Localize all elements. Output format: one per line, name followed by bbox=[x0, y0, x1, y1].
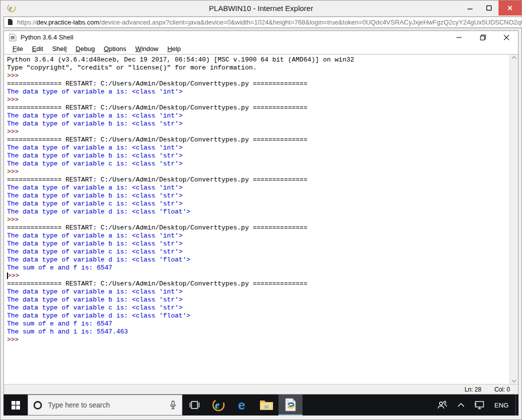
network-icon[interactable] bbox=[471, 394, 488, 416]
search-placeholder: Type here to search bbox=[48, 401, 164, 409]
shell-line: The data type of variable d is: <class '… bbox=[7, 256, 510, 264]
text-cursor bbox=[7, 272, 8, 279]
menu-help[interactable]: Help bbox=[163, 44, 186, 54]
shell-line: The data type of variable b is: <class '… bbox=[7, 240, 510, 248]
url-path: /device-advanced.aspx?client=java&device… bbox=[100, 18, 522, 26]
scroll-down-icon[interactable] bbox=[512, 380, 516, 382]
shell-line: The data type of variable b is: <class '… bbox=[7, 152, 510, 160]
minimize-button[interactable] bbox=[460, 0, 480, 16]
menu-edit[interactable]: Edit bbox=[28, 44, 48, 54]
shell-line: The data type of variable c is: <class '… bbox=[7, 200, 510, 208]
taskbar-file-explorer-icon[interactable] bbox=[254, 394, 278, 416]
idle-window: Python 3.6.4 Shell FileEditShellDebugOpt… bbox=[4, 30, 518, 394]
taskbar-internet-explorer-icon[interactable]: e bbox=[206, 394, 230, 416]
shell-line: ============== RESTART: C:/Users/Admin/D… bbox=[7, 136, 510, 144]
taskbar-edge-icon[interactable]: e bbox=[230, 394, 254, 416]
shell-line: The data type of variable c is: <class '… bbox=[7, 248, 510, 256]
shell-line: ============== RESTART: C:/Users/Admin/D… bbox=[7, 224, 510, 232]
svg-text:e: e bbox=[238, 398, 245, 412]
show-desktop-button[interactable] bbox=[516, 394, 518, 416]
idle-statusbar: Ln: 28 Col: 0 bbox=[4, 384, 518, 394]
shell-line: The data type of variable a is: <class '… bbox=[7, 232, 510, 240]
shell-line: Python 3.6.4 (v3.6.4:d48eceb, Dec 19 201… bbox=[7, 56, 510, 64]
shell-line: >>> bbox=[7, 96, 510, 104]
page-icon bbox=[8, 18, 13, 26]
shell-line: ============== RESTART: C:/Users/Admin/D… bbox=[7, 80, 510, 88]
shell-line: The data type of variable a is: <class '… bbox=[7, 88, 510, 96]
shell-line: The data type of variable a is: <class '… bbox=[7, 112, 510, 120]
remote-desktop: Python 3.6.4 Shell FileEditShellDebugOpt… bbox=[4, 30, 518, 416]
ie-logo-icon: e bbox=[6, 3, 16, 13]
url-scheme: https:// bbox=[17, 18, 36, 26]
shell-line: The data type of variable a is: <class '… bbox=[7, 184, 510, 192]
shell-line: The data type of variable a is: <class '… bbox=[7, 288, 510, 296]
ie-titlebar: e PLABWIN10 - Internet Explorer bbox=[0, 0, 522, 16]
taskbar-python-idle-icon[interactable] bbox=[278, 394, 302, 416]
microphone-icon[interactable] bbox=[170, 400, 176, 410]
shell-line: The data type of variable d is: <class '… bbox=[7, 208, 510, 216]
shell-line: The sum of h and i is: 5547.463 bbox=[7, 328, 510, 336]
shell-line: >>> bbox=[7, 336, 510, 344]
shell-line: The data type of variable a is: <class '… bbox=[7, 144, 510, 152]
shell-line: The data type of variable b is: <class '… bbox=[7, 296, 510, 304]
shell-line: The data type of variable b is: <class '… bbox=[7, 192, 510, 200]
svg-text:e: e bbox=[215, 400, 220, 410]
shell-line: The sum of e and f is: 6547 bbox=[7, 320, 510, 328]
shell-output[interactable]: Python 3.6.4 (v3.6.4:d48eceb, Dec 19 201… bbox=[4, 54, 510, 384]
shell-line: The data type of variable c is: <class '… bbox=[7, 304, 510, 312]
window-title: PLABWIN10 - Internet Explorer bbox=[0, 4, 522, 12]
idle-restore-button[interactable] bbox=[471, 31, 494, 44]
chevron-up-icon[interactable] bbox=[454, 394, 468, 416]
scroll-up-icon[interactable] bbox=[512, 56, 516, 59]
shell-line: ============== RESTART: C:/Users/Admin/D… bbox=[7, 280, 510, 288]
shell-line: >>> bbox=[7, 168, 510, 176]
address-input[interactable]: https://dev.practice-labs.com/device-adv… bbox=[4, 16, 522, 28]
shell-line: The data type of variable c is: <class '… bbox=[7, 160, 510, 168]
ie-window: e PLABWIN10 - Internet Explorer https://… bbox=[0, 0, 522, 420]
shell-line: >>> bbox=[7, 72, 510, 80]
maximize-button[interactable] bbox=[480, 0, 498, 16]
shell-line: ============== RESTART: C:/Users/Admin/D… bbox=[7, 104, 510, 112]
task-view-button[interactable] bbox=[182, 394, 206, 416]
shell-line: The sum of e and f is: 6547 bbox=[7, 264, 510, 272]
shell-line: Type "copyright", "credits" or "license(… bbox=[7, 64, 510, 72]
cortana-icon bbox=[34, 401, 42, 410]
start-button[interactable] bbox=[4, 394, 28, 416]
idle-titlebar: Python 3.6.4 Shell bbox=[4, 31, 518, 44]
menu-file[interactable]: File bbox=[8, 44, 28, 54]
menu-window[interactable]: Window bbox=[130, 44, 162, 54]
search-box[interactable]: Type here to search bbox=[28, 394, 182, 416]
shell-line: >>> bbox=[7, 128, 510, 136]
scrollbar[interactable] bbox=[510, 54, 518, 384]
url-text: https://dev.practice-labs.com/device-adv… bbox=[17, 18, 522, 26]
svg-text:e: e bbox=[9, 4, 12, 12]
shell-line: ============== RESTART: C:/Users/Admin/D… bbox=[7, 176, 510, 184]
menu-debug[interactable]: Debug bbox=[71, 44, 99, 54]
taskbar: Type here to search bbox=[4, 394, 518, 416]
menu-options[interactable]: Options bbox=[100, 44, 131, 54]
people-icon[interactable] bbox=[434, 394, 451, 416]
close-button[interactable] bbox=[498, 0, 522, 16]
url-host: dev.practice-labs.com bbox=[36, 18, 99, 26]
python-file-icon bbox=[9, 34, 16, 42]
status-line: Ln: 28 bbox=[464, 386, 481, 393]
status-col: Col: 0 bbox=[494, 386, 510, 393]
shell-line: The data type of variable d is: <class '… bbox=[7, 312, 510, 320]
shell-line: The data type of variable b is: <class '… bbox=[7, 120, 510, 128]
idle-window-title: Python 3.6.4 Shell bbox=[20, 34, 74, 41]
shell-line: >>> bbox=[7, 272, 510, 280]
shell-line: >>> bbox=[7, 216, 510, 224]
menu-shell[interactable]: Shell bbox=[48, 44, 71, 54]
idle-close-button[interactable] bbox=[494, 31, 518, 44]
ie-addressbar: https://dev.practice-labs.com/device-adv… bbox=[0, 16, 522, 29]
idle-menubar: FileEditShellDebugOptionsWindowHelp bbox=[4, 44, 518, 54]
idle-minimize-button[interactable] bbox=[448, 31, 471, 44]
language-indicator[interactable]: ENG bbox=[492, 402, 512, 409]
